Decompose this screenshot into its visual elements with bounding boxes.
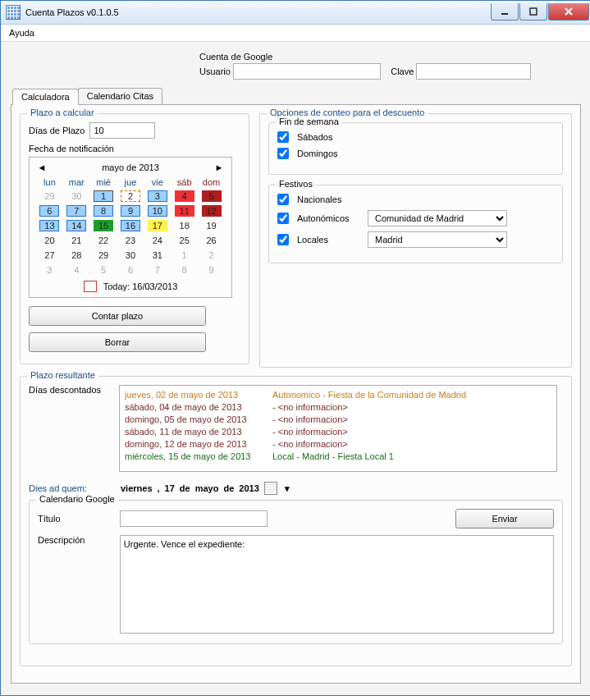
cal-day[interactable]: 5: [94, 264, 113, 276]
gcal-title-input[interactable]: [120, 510, 268, 527]
gcal-title-label: Título: [38, 514, 112, 524]
dias-plazo-input[interactable]: [89, 122, 155, 139]
gcal-desc-input[interactable]: [120, 535, 554, 634]
cal-day[interactable]: 17: [148, 220, 167, 231]
weekend-legend: Fin de semana: [276, 117, 342, 126]
cal-day[interactable]: 28: [66, 249, 86, 261]
minimize-button[interactable]: [491, 3, 519, 21]
chk-domingos[interactable]: [277, 148, 289, 159]
borrar-button[interactable]: Borrar: [29, 332, 206, 352]
cal-day[interactable]: 14: [66, 220, 86, 231]
cal-day[interactable]: 23: [121, 235, 140, 246]
cal-day[interactable]: 3: [148, 190, 167, 202]
cal-day[interactable]: 22: [94, 235, 113, 246]
cal-dow: jue: [117, 176, 144, 189]
lbl-sabados: Sábados: [297, 132, 332, 142]
cal-day[interactable]: 27: [39, 249, 59, 261]
cal-dow: lun: [36, 176, 63, 189]
cal-day[interactable]: 5: [202, 190, 222, 202]
lbl-nacionales: Nacionales: [297, 194, 341, 204]
pass-label: Clave: [391, 66, 414, 76]
cal-day[interactable]: 1: [175, 249, 194, 261]
fecha-notif-label: Fecha de notificación: [29, 144, 240, 153]
cal-day[interactable]: 11: [175, 205, 194, 217]
cal-day[interactable]: 2: [121, 190, 140, 202]
cal-prev-icon[interactable]: ◄: [36, 162, 48, 172]
lbl-autonomicos: Autonómicos: [297, 213, 363, 223]
pass-input[interactable]: [416, 63, 531, 80]
calendar-icon[interactable]: [264, 482, 277, 495]
cal-dow: vie: [144, 176, 171, 189]
svg-rect-0: [501, 13, 508, 15]
cal-day[interactable]: 9: [121, 205, 140, 217]
cal-day[interactable]: 7: [148, 264, 167, 276]
lbl-locales: Locales: [297, 235, 363, 245]
cal-day[interactable]: 31: [148, 249, 167, 261]
dies-ad-quem-label: Dies ad quem:: [29, 483, 111, 493]
cal-day[interactable]: 10: [148, 205, 167, 217]
today-label[interactable]: Today: 16/03/2013: [103, 281, 178, 291]
cal-day[interactable]: 18: [175, 220, 194, 231]
discount-line: miércoles, 15 de mayo de 2013Local - Mad…: [125, 451, 551, 463]
chk-nacionales[interactable]: [277, 194, 289, 205]
discount-line: domingo, 12 de mayo de 2013- <no informa…: [125, 438, 551, 451]
cal-day[interactable]: 13: [39, 220, 59, 231]
cal-day[interactable]: 6: [121, 264, 140, 276]
cal-day[interactable]: 20: [39, 235, 59, 246]
calendar[interactable]: ◄ mayo de 2013 ► lunmarmiéjueviesábdom 2…: [29, 157, 232, 298]
cal-day[interactable]: 25: [175, 235, 194, 246]
cal-day[interactable]: 8: [175, 264, 194, 276]
lbl-domingos: Domingos: [297, 149, 338, 158]
chevron-down-icon[interactable]: ▾: [282, 483, 292, 494]
cal-day[interactable]: 4: [175, 190, 194, 202]
cal-day[interactable]: 12: [202, 205, 222, 217]
svg-rect-1: [530, 8, 537, 15]
maximize-button[interactable]: [519, 3, 547, 21]
cal-day[interactable]: 29: [94, 249, 113, 261]
festivos-legend: Festivos: [276, 179, 316, 189]
group-plazo: Plazo a calcular Días de Plazo Fecha de …: [20, 113, 249, 364]
cal-day[interactable]: 7: [66, 205, 86, 217]
cal-day[interactable]: 4: [66, 264, 86, 276]
cal-dow: mié: [90, 176, 117, 189]
cal-dow: mar: [63, 176, 90, 189]
gcal-desc-label: Descripción: [38, 535, 112, 545]
menu-help[interactable]: Ayuda: [9, 28, 34, 38]
resultado-legend: Plazo resultante: [27, 370, 98, 380]
chk-locales[interactable]: [277, 234, 289, 245]
tab-citas[interactable]: Calendario Citas: [78, 88, 162, 104]
user-input[interactable]: [233, 63, 381, 80]
cal-day[interactable]: 1: [94, 190, 113, 202]
cal-day[interactable]: 26: [202, 235, 222, 246]
cal-day[interactable]: 16: [121, 220, 140, 231]
discount-line: domingo, 05 de mayo de 2013- <no informa…: [125, 414, 551, 426]
group-resultado: Plazo resultante Días descontados jueves…: [20, 376, 572, 666]
sel-autonomicos[interactable]: Comunidad de Madrid: [368, 210, 507, 226]
cal-day[interactable]: 15: [94, 220, 113, 231]
tab-calculadora[interactable]: Calculadora: [12, 89, 79, 105]
cal-day[interactable]: 9: [202, 264, 222, 276]
cal-day[interactable]: 29: [39, 190, 59, 202]
close-button[interactable]: [548, 3, 589, 21]
cal-day[interactable]: 24: [148, 235, 167, 246]
cal-day[interactable]: 3: [39, 264, 59, 276]
group-opciones: Opciones de conteo para el descuento Fin…: [259, 113, 572, 368]
user-label: Usuario: [199, 66, 231, 76]
contar-plazo-button[interactable]: Contar plazo: [29, 306, 206, 326]
cal-next-icon[interactable]: ►: [213, 162, 225, 172]
cal-day[interactable]: 8: [94, 205, 113, 217]
cal-day[interactable]: 21: [66, 235, 86, 246]
enviar-button[interactable]: Enviar: [455, 509, 554, 528]
cal-day[interactable]: 19: [202, 220, 222, 231]
chk-sabados[interactable]: [277, 131, 289, 143]
dias-descontados-list[interactable]: jueves, 02 de mayo de 2013Autonomico - F…: [119, 385, 557, 472]
cal-day[interactable]: 30: [66, 190, 86, 202]
sel-locales[interactable]: Madrid: [368, 231, 507, 248]
dias-descontados-label: Días descontados: [29, 385, 111, 395]
cal-month-label[interactable]: mayo de 2013: [102, 162, 159, 172]
cal-day[interactable]: 6: [39, 205, 59, 217]
chk-autonomicos[interactable]: [277, 213, 289, 224]
dies-ad-quem-value[interactable]: viernes , 17 de mayo de 2013 ▾: [121, 482, 292, 495]
cal-day[interactable]: 30: [121, 249, 140, 261]
cal-day[interactable]: 2: [202, 249, 222, 261]
